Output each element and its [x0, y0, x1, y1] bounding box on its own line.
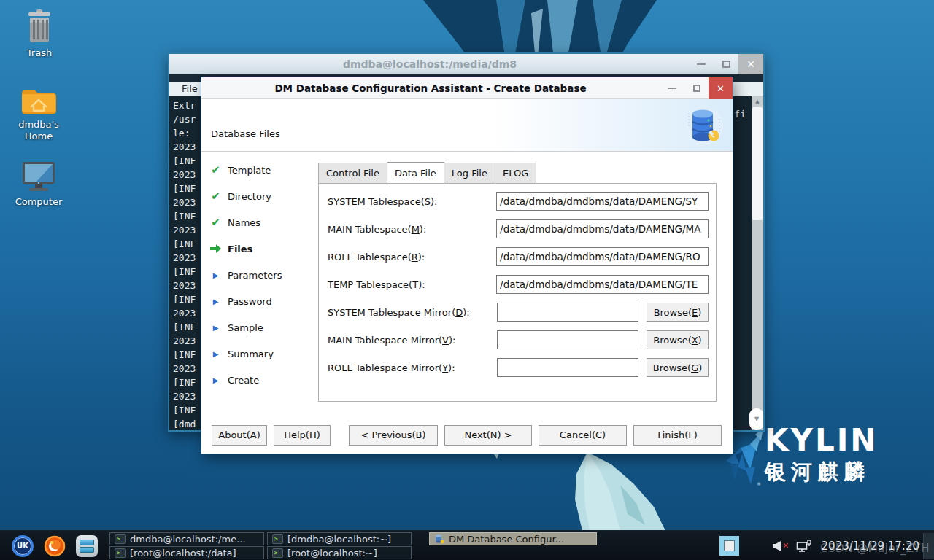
about-button[interactable]: About(A) [212, 425, 267, 446]
tray-expander[interactable] [923, 533, 934, 559]
step-create[interactable]: ▶ Create [210, 367, 316, 393]
desktop-icon-computer[interactable]: Computer [4, 160, 73, 208]
form-row: SYSTEM Tablespace(S): [328, 192, 709, 211]
tab-elog[interactable]: ELOG [495, 163, 536, 183]
file-tabs: Control File Data File Log File ELOG [318, 163, 717, 183]
check-icon: ✔ [210, 190, 221, 203]
taskbar-window-terminal-dmdba[interactable]: >_ [dmdba@localhost:~] [267, 532, 412, 545]
file-manager-launcher-icon[interactable] [76, 535, 98, 557]
database-icon [434, 534, 444, 544]
firefox-launcher-icon[interactable] [44, 535, 66, 557]
previous-button[interactable]: < Previous(B) [349, 425, 438, 446]
step-files[interactable]: Files [210, 236, 316, 262]
data-file-panel: SYSTEM Tablespace(S): MAIN Tablespace(M)… [318, 183, 717, 402]
current-step-arrow-icon [210, 244, 221, 253]
scrollbar-thumb[interactable] [752, 107, 763, 220]
finish-button[interactable]: Finish(F) [633, 425, 722, 446]
taskbar-clock[interactable]: 2023/11/29 17:20 [822, 540, 919, 553]
dialog-close-button[interactable]: ✕ [709, 77, 733, 99]
mute-x-mark: ✕ [782, 541, 789, 551]
volume-muted-icon[interactable]: ✕ [772, 540, 787, 552]
roll-mirror-input[interactable] [497, 358, 638, 377]
browse-roll-mirror-button[interactable]: Browse(G) [647, 358, 709, 377]
terminal-close-button[interactable]: ✕ [738, 54, 763, 74]
computer-icon [20, 160, 58, 194]
main-mirror-input[interactable] [497, 330, 638, 349]
system-tablespace-label: SYSTEM Tablespace(S): [328, 196, 496, 207]
dialog-titlebar[interactable]: DM Database Configuration Assistant - Cr… [201, 77, 733, 99]
show-desktop-button[interactable] [719, 536, 739, 556]
desktop: ® KYLIN 银河麒麟 Trash dmdba's Home [0, 0, 934, 560]
terminal-scrollbar[interactable]: ▲ ▼ [752, 96, 763, 430]
main-tablespace-input[interactable] [496, 219, 709, 238]
step-parameters[interactable]: ▶ Parameters [210, 262, 316, 288]
taskbar-window-terminal-root-data[interactable]: >_ [root@localhost:/data] [109, 546, 264, 559]
taskbar-window-dm-configurator[interactable]: DM Database Configur... [429, 532, 597, 545]
system-mirror-input[interactable] [497, 303, 638, 322]
main-mirror-label: MAIN Tablespace Mirror(V): [328, 335, 497, 346]
system-tray: ✕ 2023/11/29 17:20 [772, 531, 919, 560]
tab-data-file[interactable]: Data File [387, 162, 444, 183]
scrollbar-up-arrow-icon[interactable]: ▲ [752, 96, 763, 106]
form-row: TEMP Tablespace(T): [328, 275, 709, 294]
system-mirror-label: SYSTEM Tablespace Mirror(D): [328, 307, 497, 318]
dialog-body: ✔ Template ✔ Directory ✔ Names Files ▶ P… [201, 152, 733, 419]
desktop-icon-label: Trash [5, 47, 74, 59]
help-button[interactable]: Help(H) [274, 425, 331, 446]
database-icon [682, 104, 724, 147]
terminal-icon: >_ [272, 534, 283, 544]
check-icon: ✔ [210, 216, 221, 229]
dialog-section-title: Database Files [211, 128, 280, 139]
browse-main-mirror-button[interactable]: Browse(X) [647, 330, 709, 349]
roll-tablespace-label: ROLL Tablespace(R): [328, 252, 496, 262]
files-tab-content: Control File Data File Log File ELOG SYS… [318, 152, 717, 402]
step-directory[interactable]: ✔ Directory [210, 183, 316, 209]
kylin-brand: KYLIN 银河麒麟 [765, 425, 879, 487]
tab-control-file[interactable]: Control File [318, 163, 387, 183]
browse-system-mirror-button[interactable]: Browse(E) [647, 303, 709, 322]
step-template[interactable]: ✔ Template [210, 157, 316, 183]
kylin-brand-subtitle: 银河麒麟 [765, 458, 879, 487]
dialog-footer: About(A) Help(H) < Previous(B) Next(N) >… [201, 419, 733, 454]
dialog-minimize-button[interactable] [660, 77, 684, 99]
terminal-menu-file[interactable]: File [179, 82, 201, 96]
desktop-icon-label: Computer [4, 196, 73, 208]
next-button[interactable]: Next(N) > [444, 425, 532, 446]
desktop-icon-home[interactable]: dmdba's Home [4, 86, 73, 142]
temp-tablespace-label: TEMP Tablespace(T): [328, 279, 496, 290]
step-sample[interactable]: ▶ Sample [210, 314, 316, 341]
terminal-maximize-button[interactable] [714, 54, 738, 74]
registered-mark: ® [757, 481, 761, 486]
roll-mirror-label: ROLL Tablespace Mirror(Y): [328, 362, 497, 373]
taskbar-window-terminal-media[interactable]: >_ dmdba@localhost:/me... [109, 532, 264, 545]
taskbar-window-terminal-root-home[interactable]: >_ [root@localhost:~] [267, 546, 412, 559]
check-icon: ✔ [210, 163, 221, 176]
dialog-maximize-button[interactable] [684, 77, 709, 99]
dialog-title: DM Database Configuration Assistant - Cr… [207, 77, 654, 99]
step-password[interactable]: ▶ Password [210, 288, 316, 314]
terminal-icon: >_ [115, 534, 126, 544]
step-summary[interactable]: ▶ Summary [210, 341, 316, 367]
scrollbar-down-arrow-icon[interactable]: ▼ [749, 408, 763, 430]
display-tray-icon[interactable] [796, 540, 812, 553]
desktop-icon-trash[interactable]: Trash [5, 9, 74, 59]
temp-tablespace-input[interactable] [496, 275, 709, 294]
terminal-window-title: dmdba@localhost:/media/dm8 [177, 54, 683, 74]
home-folder-icon [20, 86, 58, 117]
terminal-minimize-button[interactable] [689, 54, 714, 74]
terminal-output-fragment: fi [734, 109, 746, 120]
desktop-icon-label: dmdba's Home [4, 119, 73, 142]
cancel-button[interactable]: Cancel(C) [539, 425, 627, 446]
terminal-titlebar[interactable]: dmdba@localhost:/media/dm8 ✕ [169, 54, 763, 74]
tab-log-file[interactable]: Log File [444, 163, 495, 183]
system-tablespace-input[interactable] [496, 192, 709, 211]
pending-step-icon: ▶ [210, 298, 221, 306]
roll-tablespace-input[interactable] [496, 247, 709, 266]
start-menu-button[interactable]: UK [12, 535, 34, 557]
form-row: SYSTEM Tablespace Mirror(D): Browse(E) [328, 303, 709, 322]
wizard-steps: ✔ Template ✔ Directory ✔ Names Files ▶ P… [210, 157, 316, 393]
step-names[interactable]: ✔ Names [210, 209, 316, 236]
taskbar-launchers: UK [12, 531, 98, 560]
pending-step-icon: ▶ [210, 376, 221, 384]
dm-config-dialog: DM Database Configuration Assistant - Cr… [201, 77, 733, 454]
